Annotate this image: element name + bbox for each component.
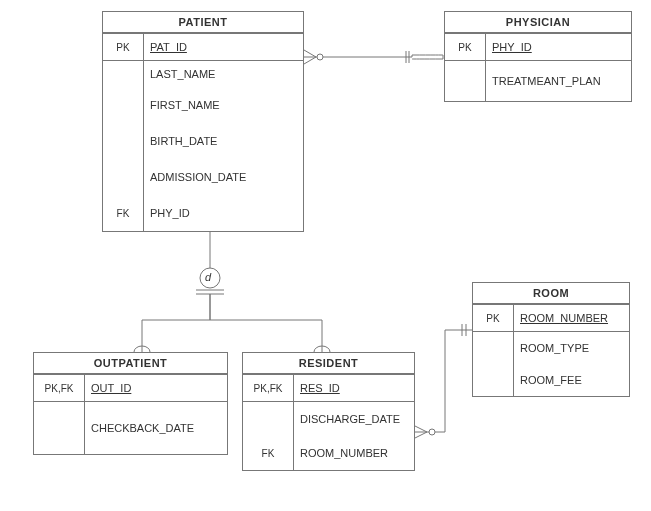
attr: PHY_ID xyxy=(150,207,190,219)
attr: DISCHARGE_DATE xyxy=(300,413,400,425)
key-col xyxy=(473,364,514,396)
attr: ROOM_NUMBER xyxy=(520,312,608,324)
entity-title: PATIENT xyxy=(103,12,303,33)
key-col xyxy=(103,61,144,87)
key-col: FK xyxy=(103,195,144,231)
key-col xyxy=(34,402,85,454)
attr: BIRTH_DATE xyxy=(150,135,217,147)
attr: ROOM_TYPE xyxy=(520,342,589,354)
svg-point-2 xyxy=(317,54,323,60)
entity-patient: PATIENT PK PAT_ID LAST_NAME FIRST_NAME B… xyxy=(102,11,304,232)
entity-title: RESIDENT xyxy=(243,353,414,374)
attr: RES_ID xyxy=(300,382,340,394)
key-col: PK,FK xyxy=(34,375,85,401)
key-col: PK xyxy=(103,34,144,60)
entity-resident: RESIDENT PK,FK RES_ID DISCHARGE_DATE FK … xyxy=(242,352,415,471)
erd-canvas: PATIENT PK PAT_ID LAST_NAME FIRST_NAME B… xyxy=(0,0,651,511)
entity-title: ROOM xyxy=(473,283,629,304)
key-col xyxy=(243,402,294,436)
key-col xyxy=(473,332,514,364)
key-col xyxy=(103,123,144,159)
attr: FIRST_NAME xyxy=(150,99,220,111)
entity-title: OUTPATIENT xyxy=(34,353,227,374)
entity-outpatient: OUTPATIENT PK,FK OUT_ID CHECKBACK_DATE xyxy=(33,352,228,455)
key-col xyxy=(103,159,144,195)
key-col: PK xyxy=(445,34,486,60)
key-col: PK,FK xyxy=(243,375,294,401)
key-col xyxy=(103,87,144,123)
entity-physician: PHYSICIAN PK PHY_ID TREATMEANT_PLAN xyxy=(444,11,632,102)
attr: TREATMEANT_PLAN xyxy=(492,75,601,87)
entity-title: PHYSICIAN xyxy=(445,12,631,33)
svg-point-7 xyxy=(429,429,435,435)
key-col: FK xyxy=(243,436,294,470)
attr: OUT_ID xyxy=(91,382,131,394)
key-col: PK xyxy=(473,305,514,331)
disjoint-label: d xyxy=(205,271,211,283)
entity-room: ROOM PK ROOM_NUMBER ROOM_TYPE ROOM_FEE xyxy=(472,282,630,397)
key-col xyxy=(445,61,486,101)
attr: CHECKBACK_DATE xyxy=(91,422,194,434)
attr: ADMISSION_DATE xyxy=(150,171,246,183)
attr: ROOM_FEE xyxy=(520,374,582,386)
attr: PHY_ID xyxy=(492,41,532,53)
attr: PAT_ID xyxy=(150,41,187,53)
attr: LAST_NAME xyxy=(150,68,215,80)
attr: ROOM_NUMBER xyxy=(300,447,388,459)
